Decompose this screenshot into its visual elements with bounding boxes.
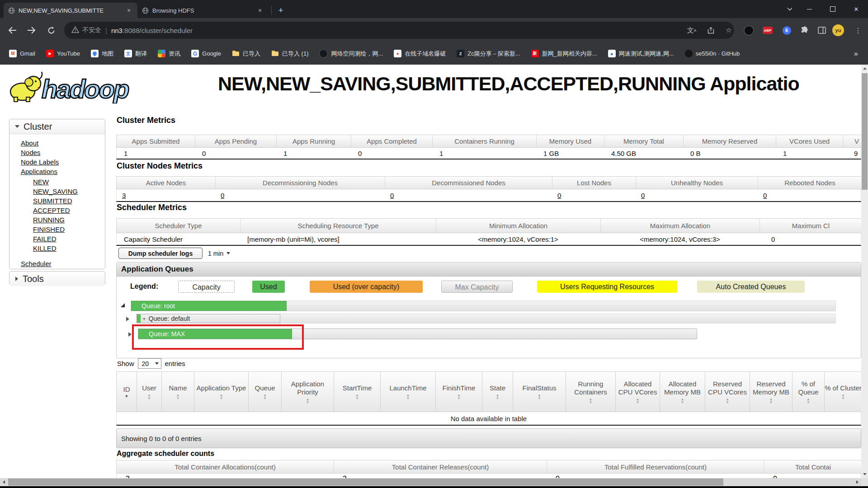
sortable-column-header[interactable]: Application Type ▲▼	[194, 372, 248, 412]
sidebar-item-app-state[interactable]: NEW_SAVING	[33, 187, 105, 196]
node-count-link[interactable]: 0	[552, 189, 636, 201]
forward-button[interactable]	[24, 23, 39, 38]
application-queues-header[interactable]: Application Queues	[117, 263, 861, 277]
address-bar[interactable]: 不安全 | nn3 :8088/cluster/scheduler 文A ☆	[64, 22, 734, 39]
sortable-column-header[interactable]: % of Queue ▲▼	[792, 372, 824, 412]
bookmark-item[interactable]: ● 网速测试,测网速,网...	[608, 50, 674, 58]
bookmark-item[interactable]: 资讯	[158, 50, 180, 58]
maximize-button[interactable]	[821, 0, 844, 18]
vertical-scrollbar[interactable]	[861, 65, 868, 478]
tab-browsing-hdfs[interactable]: Browsing HDFS ×	[137, 3, 269, 18]
extension-dark-icon[interactable]	[742, 24, 755, 37]
bookmark-item[interactable]: 已导入 (1)	[271, 50, 309, 58]
bookmark-item[interactable]: 新 新网_新网相关内容...	[531, 50, 597, 58]
reload-button[interactable]	[43, 23, 59, 38]
sortable-column-header[interactable]: User ▲▼	[137, 372, 161, 412]
bookmark-item[interactable]: Z Zc菌分享－探索新...	[457, 50, 520, 58]
bookmark-item[interactable]: G Google	[191, 50, 221, 57]
menu-kebab-icon[interactable]: ⋮	[852, 24, 864, 37]
sortable-column-header[interactable]: Allocated CPU VCores ▲▼	[615, 372, 660, 412]
extensions-puzzle-icon[interactable]	[798, 24, 811, 37]
sortable-column-header[interactable]: Reserved CPU VCores ▲▼	[705, 372, 750, 412]
sidebar-item-app-state[interactable]: ACCEPTED	[33, 206, 105, 215]
dump-scheduler-logs-button[interactable]: Dump scheduler logs	[118, 248, 203, 259]
node-count-link[interactable]: 3	[117, 189, 215, 201]
node-count-link[interactable]: 0	[636, 189, 758, 201]
queue-bar-default[interactable]: + Queue: default	[136, 314, 836, 324]
expander-open-icon[interactable]	[121, 303, 125, 307]
sidebar-item-app-state[interactable]: FINISHED	[33, 225, 105, 234]
page-size-select[interactable]: 20	[138, 358, 161, 369]
node-count-link[interactable]: 0	[215, 189, 385, 201]
sidebar-cluster-header[interactable]: Cluster	[9, 119, 105, 134]
sidebar-panel-icon[interactable]	[816, 24, 828, 37]
sortable-column-header[interactable]: Allocated Memory MB ▲▼	[660, 372, 705, 412]
sortable-column-header[interactable]: FinalStatus ▲▼	[513, 372, 566, 412]
sidebar-item-app-state[interactable]: NEW	[33, 177, 105, 187]
sidebar-item-app-state[interactable]: FAILED	[33, 234, 105, 244]
sortable-column-header[interactable]: State ▲▼	[482, 372, 513, 412]
sortable-column-header[interactable]: Application Priority ▲▼	[281, 372, 334, 412]
sortable-column-header[interactable]: Running Containers ▲▼	[566, 372, 615, 412]
sortable-column-header[interactable]: LaunchTime ▲▼	[380, 372, 435, 412]
sidebar-item-about[interactable]: About	[21, 138, 105, 148]
horizontal-scrollbar[interactable]	[0, 478, 861, 486]
sidebar-item-nodes[interactable]: Nodes	[21, 148, 105, 157]
node-count-link[interactable]: 0	[385, 189, 552, 201]
bookmark-item[interactable]: 文 翻译	[124, 50, 147, 58]
tab-scheduler[interactable]: NEW,NEW_SAVING,SUBMITTE ×	[4, 3, 137, 18]
bookmark-item[interactable]: 网络空间测绘，网...	[319, 49, 383, 58]
adblock-plus-icon[interactable]: ABP	[761, 24, 774, 37]
bookmark-item[interactable]: 已导入	[232, 50, 260, 58]
vertical-scrollbar-thumb[interactable]	[862, 73, 868, 190]
sort-arrows-icon: ▲▼	[125, 395, 129, 398]
sortable-column-header[interactable]: Queue ▲▼	[248, 372, 281, 412]
minimize-button[interactable]	[797, 0, 821, 18]
column-header: Apps Pending	[195, 135, 276, 147]
sidebar-item-applications[interactable]: Applications	[21, 167, 105, 176]
sortable-column-header[interactable]: StartTime ▲▼	[334, 372, 380, 412]
tab-search-chevron-icon[interactable]	[782, 6, 797, 12]
back-button[interactable]	[5, 23, 20, 38]
tab-close-icon[interactable]: ×	[125, 6, 133, 14]
bookmark-item[interactable]: M Gmail	[9, 50, 35, 57]
sidebar-item-app-state[interactable]: KILLED	[33, 244, 105, 253]
scroll-up-arrow[interactable]	[861, 65, 868, 72]
sortable-column-header[interactable]: Reserved Memory MB ▲▼	[750, 372, 792, 412]
node-count-link[interactable]: 0	[758, 189, 861, 201]
sortable-column-header[interactable]: FinishTime ▲▼	[435, 372, 482, 412]
scroll-right-arrow[interactable]	[854, 478, 861, 486]
log-interval-select[interactable]: 1 min	[208, 248, 230, 259]
url-path: :8088/cluster/scheduler	[123, 27, 193, 34]
horizontal-scrollbar-thumb[interactable]	[8, 479, 723, 486]
bookmark-item[interactable]: ● 在线子域名爆破	[394, 50, 446, 58]
queue-bar-root[interactable]: Queue: root	[131, 300, 836, 311]
sidebar-item-node-labels[interactable]: Node Labels	[21, 157, 105, 167]
sidebar-item-app-state[interactable]: RUNNING	[33, 215, 105, 225]
bookmark-item[interactable]: se55i0n · GitHub	[685, 50, 740, 57]
tab-close-icon[interactable]: ×	[256, 6, 264, 14]
close-window-button[interactable]: ✕	[844, 0, 868, 18]
extension-badge-icon[interactable]: 6	[780, 24, 793, 37]
bookmark-label: 翻译	[135, 50, 147, 58]
translate-icon[interactable]: 文A	[686, 25, 697, 36]
bookmarks-overflow-chevron[interactable]: »	[854, 50, 858, 58]
sidebar-item-scheduler[interactable]: Scheduler	[21, 259, 105, 268]
share-icon[interactable]	[705, 25, 716, 36]
sidebar-item-app-state[interactable]: SUBMITTED	[33, 196, 105, 206]
scroll-down-arrow[interactable]	[861, 470, 868, 478]
sortable-column-header[interactable]: Name ▲▼	[161, 372, 194, 412]
queue-expand-plus-icon[interactable]: +	[142, 315, 146, 322]
scroll-left-arrow[interactable]	[0, 478, 8, 486]
new-tab-button[interactable]: +	[274, 4, 287, 17]
sortable-column-header[interactable]: % of Cluster ▲▼	[824, 372, 861, 412]
sortable-column-header[interactable]: ID ▲▼	[117, 372, 137, 412]
bookmark-item[interactable]: ▶ YouTube	[46, 50, 80, 57]
not-secure-warning-icon	[71, 26, 79, 35]
sidebar-tools-header[interactable]: Tools	[9, 272, 105, 286]
bookmark-star-icon[interactable]: ☆	[723, 25, 734, 36]
expander-collapsed-icon[interactable]	[128, 332, 132, 337]
profile-avatar[interactable]: yu	[832, 24, 844, 37]
expander-collapsed-icon[interactable]	[126, 317, 129, 321]
bookmark-item[interactable]: 地图	[91, 50, 113, 58]
